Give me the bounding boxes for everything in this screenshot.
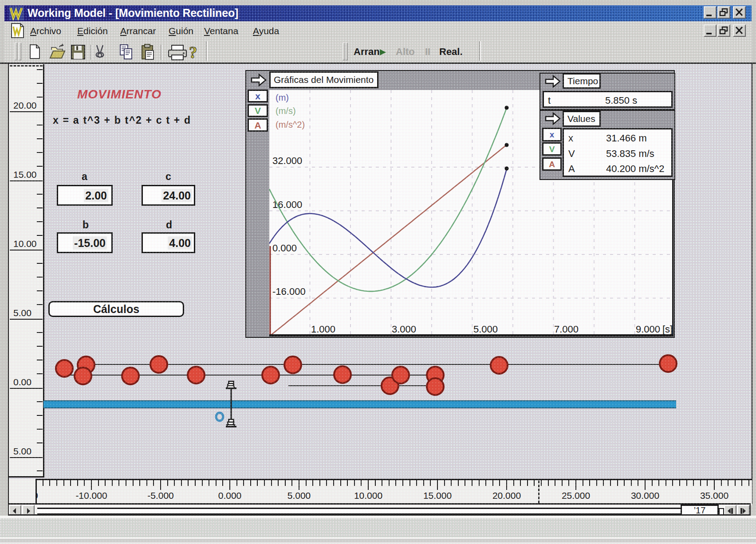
svg-text:5.000: 5.000 [473,324,498,334]
svg-text:3.000: 3.000 [392,324,416,334]
svg-text:32.000: 32.000 [272,155,302,166]
svg-text:-16.000: -16.000 [272,286,306,297]
svg-text:?: ? [189,43,197,61]
svg-text:[s]: [s] [662,324,672,334]
svg-text:(m): (m) [276,93,289,102]
svg-text:(m/s): (m/s) [276,106,296,116]
svg-text:0.000: 0.000 [272,243,297,254]
svg-text:7.000: 7.000 [554,324,579,334]
svg-text:(m/s^2): (m/s^2) [276,120,305,129]
svg-text:1.000: 1.000 [311,324,335,334]
svg-text:9.000: 9.000 [636,324,660,334]
